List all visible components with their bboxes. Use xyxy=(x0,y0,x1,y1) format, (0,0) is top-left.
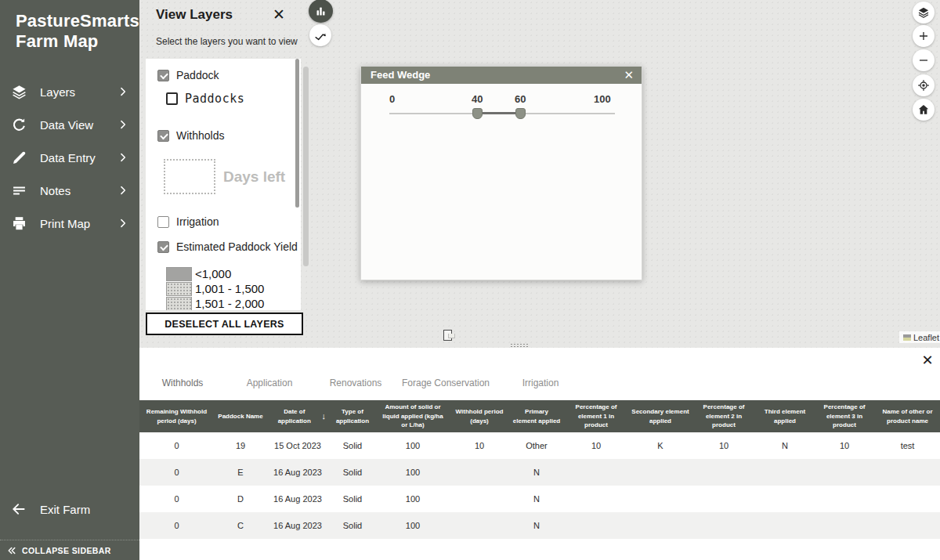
close-icon[interactable]: ✕ xyxy=(920,352,935,368)
layer-checkbox-withholds[interactable]: Withholds xyxy=(157,129,224,142)
table-cell xyxy=(756,486,814,512)
table-cell: C xyxy=(214,512,267,539)
map-control-zoom-out[interactable] xyxy=(913,49,935,71)
layer-checkbox-estimated-paddock-yield[interactable]: Estimated Paddock Yield xyxy=(157,240,298,253)
days-left-swatch xyxy=(164,159,215,194)
chevron-right-icon xyxy=(118,218,128,229)
layer-label: Paddocks xyxy=(185,92,244,106)
layer-checkbox-irrigation[interactable]: Irrigation xyxy=(157,215,219,228)
panel-drag-handle[interactable] xyxy=(510,343,529,348)
table-row[interactable]: 0E16 Aug 2023Solid100N xyxy=(139,459,940,486)
table-row[interactable]: 0D16 Aug 2023Solid100N xyxy=(139,486,940,512)
tab-label: Withholds xyxy=(162,378,204,388)
close-icon[interactable]: ✕ xyxy=(624,68,634,82)
table-cell: test xyxy=(875,432,940,459)
yield-legend-row: 1,001 - 1,500 xyxy=(166,281,264,296)
table-cell: 15 Oct 2023 xyxy=(267,432,328,459)
column-header[interactable]: Percentage of element 2 in product xyxy=(692,400,756,432)
table-cell: 10 xyxy=(814,432,875,459)
sidebar-item-notes[interactable]: Notes xyxy=(0,174,139,207)
table-cell xyxy=(563,459,629,486)
data-table-panel: ✕ WithholdsApplicationRenovationsForage … xyxy=(139,348,940,560)
view-layers-title: View Layers xyxy=(156,7,233,23)
feed-wedge-title: Feed Wedge xyxy=(371,69,430,81)
table-row[interactable]: 0C16 Aug 2023Solid100N xyxy=(139,512,940,539)
table-cell xyxy=(814,486,875,512)
bar-chart-icon[interactable] xyxy=(309,0,333,23)
panel-scrollbar[interactable] xyxy=(303,67,309,266)
leaflet-attribution-label: Leaflet xyxy=(913,333,939,342)
chevron-right-icon xyxy=(118,152,128,163)
yield-legend-row: <1,000 xyxy=(166,266,231,281)
column-header[interactable]: Paddock Name xyxy=(214,400,267,432)
table-header-row: Remaining Withhold period (days)Paddock … xyxy=(139,400,940,432)
layers-icon xyxy=(917,6,930,19)
column-header[interactable]: Percentage of element 1 in product xyxy=(563,400,629,432)
slider-handle-low[interactable] xyxy=(472,108,483,119)
layer-label: Paddock xyxy=(176,69,219,81)
column-header[interactable]: Date of application↓ xyxy=(267,400,328,432)
collapse-sidebar-button[interactable]: COLLAPSE SIDEBAR xyxy=(0,540,139,560)
tab-application[interactable]: Application xyxy=(226,371,313,400)
chevron-right-icon xyxy=(118,86,128,97)
yield-swatch-icon xyxy=(166,297,192,311)
map-tile-fragment-small xyxy=(448,334,455,338)
table-cell: 10 xyxy=(449,432,510,459)
tab-forage-conservation[interactable]: Forage Conservation xyxy=(398,371,494,400)
checkbox-icon xyxy=(157,216,169,228)
sidebar-item-exit-farm[interactable]: Exit Farm xyxy=(0,495,139,523)
tab-withholds[interactable]: Withholds xyxy=(139,371,226,400)
table-cell xyxy=(875,459,940,486)
column-header-label: Paddock Name xyxy=(218,412,262,421)
days-left-label: Days left xyxy=(223,168,285,186)
map-control-home[interactable] xyxy=(913,99,935,121)
layer-checkbox-paddocks[interactable]: Paddocks xyxy=(166,92,244,106)
column-header-label: Withhold period (days) xyxy=(451,407,508,425)
zoom-out-icon xyxy=(917,54,930,67)
close-icon[interactable]: ✕ xyxy=(270,6,287,23)
inner-scrollbar[interactable] xyxy=(295,59,299,208)
sidebar-item-data-entry[interactable]: Data Entry xyxy=(0,141,139,174)
table-row[interactable]: 01915 Oct 2023Solid10010Other10K10N10tes… xyxy=(139,432,940,459)
map-control-layers[interactable] xyxy=(913,2,935,23)
table-cell: N xyxy=(756,432,814,459)
app-root: Leaflet View Layers ✕ Select the layers … xyxy=(0,0,940,560)
logo-line1: PastureSmarts xyxy=(16,11,139,31)
deselect-all-layers-button[interactable]: DESELECT ALL LAYERS xyxy=(146,313,303,335)
layer-checkbox-paddock[interactable]: Paddock xyxy=(157,69,219,81)
sidebar-item-print-map[interactable]: Print Map xyxy=(0,207,139,240)
sidebar-item-layers[interactable]: Layers xyxy=(0,75,139,108)
sidebar-item-data-view[interactable]: Data View xyxy=(0,108,139,141)
sidebar-item-label: Data Entry xyxy=(40,151,118,164)
map-control-zoom-in[interactable] xyxy=(913,25,935,47)
pencil-icon xyxy=(11,150,27,166)
table-cell: 100 xyxy=(377,486,449,512)
tab-label: Irrigation xyxy=(522,378,559,388)
table-cell: N xyxy=(510,486,563,512)
logo-line2: Farm Map xyxy=(16,31,139,52)
column-header[interactable]: Type of application xyxy=(328,400,377,432)
slider-handle-high[interactable] xyxy=(515,108,526,119)
tab-renovations[interactable]: Renovations xyxy=(313,371,398,400)
layer-list: Paddock Paddocks Withholds Days left Irr… xyxy=(146,59,301,310)
column-header[interactable]: Withhold period (days) xyxy=(449,400,510,432)
zoom-in-icon xyxy=(917,30,930,42)
column-header[interactable]: Primary element applied xyxy=(510,400,563,432)
yield-swatch-icon xyxy=(166,267,192,281)
column-header[interactable]: Amount of solid or liquid applied (kg/ha… xyxy=(377,400,449,432)
slider-active-range xyxy=(477,112,520,114)
column-header[interactable]: Percentage of element 3 in product xyxy=(814,400,875,432)
sidebar-item-label: Print Map xyxy=(40,217,118,230)
sort-descending-icon[interactable]: ↓ xyxy=(322,410,327,423)
table-cell: 19 xyxy=(214,432,267,459)
column-header[interactable]: Third element applied xyxy=(756,400,814,432)
leaflet-attribution[interactable]: Leaflet xyxy=(899,331,940,343)
column-header[interactable]: Secondary element applied xyxy=(629,400,692,432)
yield-legend-label: <1,000 xyxy=(195,267,231,280)
column-header[interactable]: Remaining Withhold period (days) xyxy=(139,400,214,432)
tab-irrigation[interactable]: Irrigation xyxy=(494,371,588,400)
column-header[interactable]: Name of other or product name xyxy=(875,400,940,432)
map-control-locate[interactable] xyxy=(913,74,935,96)
trend-line-icon[interactable] xyxy=(309,24,331,46)
slider-min-label: 0 xyxy=(389,93,395,105)
